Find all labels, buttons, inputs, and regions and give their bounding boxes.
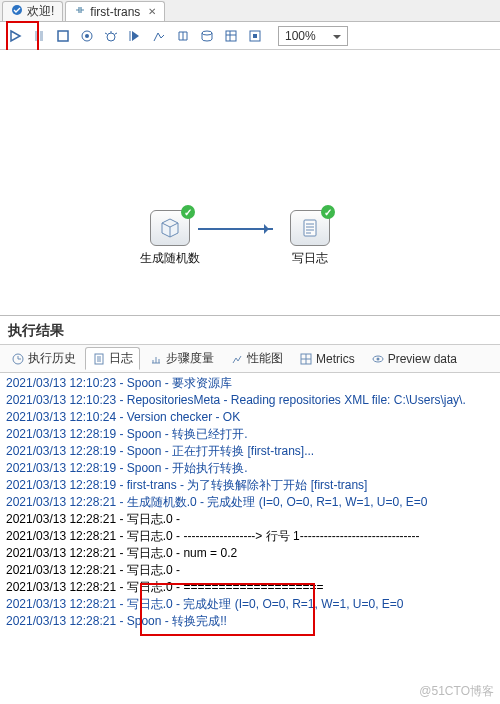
debug-button[interactable] xyxy=(102,27,120,45)
log-line: 2021/03/13 12:28:19 - first-trans - 为了转换… xyxy=(6,477,494,494)
run-button[interactable] xyxy=(6,27,24,45)
log-line: 2021/03/13 12:28:21 - 生成随机数.0 - 完成处理 (I=… xyxy=(6,494,494,511)
step-generate-random[interactable]: 生成随机数 xyxy=(135,210,205,267)
log-line: 2021/03/13 12:28:21 - Spoon - 转换完成!! xyxy=(6,613,494,630)
svg-rect-2 xyxy=(40,31,43,41)
tab-preview-data[interactable]: Preview data xyxy=(364,349,464,369)
close-icon[interactable]: ✕ xyxy=(148,6,156,17)
tab-first-trans-label: first-trans xyxy=(90,5,140,19)
log-line: 2021/03/13 12:28:19 - Spoon - 正在打开转换 [fi… xyxy=(6,443,494,460)
svg-rect-11 xyxy=(304,220,316,236)
log-line: 2021/03/13 12:10:24 - Version checker - … xyxy=(6,409,494,426)
tab-metrics-label: Metrics xyxy=(316,352,355,366)
tab-log-label: 日志 xyxy=(109,350,133,367)
svg-rect-10 xyxy=(253,34,257,38)
svg-point-0 xyxy=(12,5,22,15)
stop-button[interactable] xyxy=(54,27,72,45)
tab-perf-graph-label: 性能图 xyxy=(247,350,283,367)
zoom-select[interactable]: 100% xyxy=(278,26,348,46)
log-line: 2021/03/13 12:28:21 - 写日志.0 - ==========… xyxy=(6,579,494,596)
transformation-toolbar: 100% xyxy=(0,22,500,50)
log-line: 2021/03/13 12:28:21 - 写日志.0 - 完成处理 (I=0,… xyxy=(6,596,494,613)
step-write-log[interactable]: 写日志 xyxy=(275,210,345,267)
zoom-value: 100% xyxy=(285,29,316,43)
svg-rect-8 xyxy=(226,31,236,41)
tab-perf-graph[interactable]: 性能图 xyxy=(223,347,290,370)
svg-rect-3 xyxy=(58,31,68,41)
tab-step-metrics-label: 步骤度量 xyxy=(166,350,214,367)
step-generate-random-label: 生成随机数 xyxy=(135,250,205,267)
tab-metrics[interactable]: Metrics xyxy=(292,349,362,369)
step-write-log-label: 写日志 xyxy=(275,250,345,267)
log-line: 2021/03/13 12:10:23 - Spoon - 要求资源库 xyxy=(6,375,494,392)
tab-first-trans[interactable]: first-trans ✕ xyxy=(65,1,165,21)
perf-icon xyxy=(230,352,244,366)
tab-log[interactable]: 日志 xyxy=(85,347,140,370)
trans-icon xyxy=(74,4,86,19)
tab-exec-history[interactable]: 执行历史 xyxy=(4,347,83,370)
success-check-icon xyxy=(321,205,335,219)
tab-step-metrics[interactable]: 步骤度量 xyxy=(142,347,221,370)
tab-welcome-label: 欢迎! xyxy=(27,3,54,20)
impact-button[interactable] xyxy=(174,27,192,45)
preview-button[interactable] xyxy=(78,27,96,45)
sql-button[interactable] xyxy=(198,27,216,45)
log-line: 2021/03/13 12:28:19 - Spoon - 转换已经打开. xyxy=(6,426,494,443)
metrics-icon xyxy=(299,352,313,366)
svg-point-16 xyxy=(376,357,379,360)
spoon-icon xyxy=(11,4,23,19)
results-tab-bar: 执行历史 日志 步骤度量 性能图 Metrics Preview data xyxy=(0,344,500,373)
step-metrics-icon xyxy=(149,352,163,366)
log-line: 2021/03/13 12:28:21 - 写日志.0 - xyxy=(6,511,494,528)
results-panel-title: 执行结果 xyxy=(0,315,500,344)
log-line: 2021/03/13 12:28:21 - 写日志.0 - xyxy=(6,562,494,579)
log-line: 2021/03/13 12:10:23 - RepositoriesMeta -… xyxy=(6,392,494,409)
svg-point-7 xyxy=(202,31,212,35)
cube-icon xyxy=(159,217,181,239)
log-icon xyxy=(92,352,106,366)
editor-tab-bar: 欢迎! first-trans ✕ xyxy=(0,0,500,22)
log-line: 2021/03/13 12:28:21 - 写日志.0 - num = 0.2 xyxy=(6,545,494,562)
show-results-button[interactable] xyxy=(246,27,264,45)
tab-welcome[interactable]: 欢迎! xyxy=(2,1,63,21)
tab-exec-history-label: 执行历史 xyxy=(28,350,76,367)
svg-rect-1 xyxy=(35,31,38,41)
log-line: 2021/03/13 12:28:21 - 写日志.0 - ----------… xyxy=(6,528,494,545)
document-icon xyxy=(299,217,321,239)
pause-button[interactable] xyxy=(30,27,48,45)
explore-button[interactable] xyxy=(222,27,240,45)
verify-button[interactable] xyxy=(150,27,168,45)
tab-preview-data-label: Preview data xyxy=(388,352,457,366)
watermark-text: @51CTO博客 xyxy=(419,683,494,700)
eye-icon xyxy=(371,352,385,366)
svg-point-6 xyxy=(107,33,115,41)
success-check-icon xyxy=(181,205,195,219)
replay-button[interactable] xyxy=(126,27,144,45)
svg-point-5 xyxy=(85,34,89,38)
log-output[interactable]: 2021/03/13 12:10:23 - Spoon - 要求资源库2021/… xyxy=(0,373,500,704)
hop-arrow[interactable] xyxy=(198,228,273,230)
log-line: 2021/03/13 12:28:19 - Spoon - 开始执行转换. xyxy=(6,460,494,477)
history-icon xyxy=(11,352,25,366)
transformation-canvas[interactable]: 生成随机数 写日志 xyxy=(0,50,500,315)
